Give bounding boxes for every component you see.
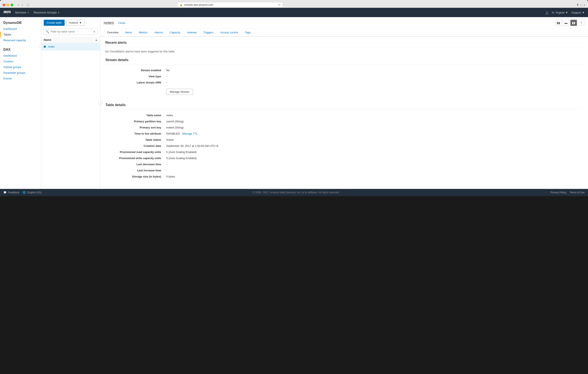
detail-header-icons: ▮▮ ▬ ▮▮ ? — [555, 20, 585, 26]
sidebar: DynamoDB Dashboard Tables Reserved capac… — [0, 17, 41, 189]
table-details-table: Table name notes Primary partition key u… — [105, 112, 583, 180]
layout-icon-1[interactable]: ▮▮ — [555, 20, 562, 26]
support-menu[interactable]: Support ▼ — [572, 11, 585, 14]
address-bar[interactable]: 🔒 console.aws.amazon.com ⟳ — [178, 2, 283, 8]
help-icon-button[interactable]: ? — [578, 20, 585, 26]
last-decrease-value: - — [165, 161, 583, 167]
back-button[interactable]: ‹ — [17, 2, 20, 7]
collapse-panel-button[interactable]: 〈 — [98, 101, 103, 105]
sidebar-item-dashboard[interactable]: Dashboard — [0, 26, 41, 32]
tabs-container: Overview Items Metrics Alarms Capacity — [100, 29, 588, 37]
sidebar-item-parameter-groups[interactable]: Parameter groups — [0, 70, 41, 76]
share-button[interactable]: ⬆ — [576, 3, 579, 7]
creation-date-row: Creation date September 30, 2017 at 1:50… — [105, 143, 583, 149]
privacy-policy-link[interactable]: Privacy Policy — [551, 191, 567, 194]
view-type-row: View type - — [105, 73, 583, 79]
last-decrease-row: Last decrease time - — [105, 161, 583, 167]
content-body: Recent alerts No CloudWatch alarms have … — [100, 37, 588, 189]
feedback-link[interactable]: 💬 Feedback — [3, 191, 19, 194]
table-name-value: notes — [165, 112, 583, 118]
support-chevron: ▼ — [582, 11, 585, 14]
stream-enabled-value: No — [165, 67, 583, 73]
region-selector[interactable]: N. Virginia ▼ — [552, 11, 568, 14]
ttl-label: Time to live attribute — [105, 131, 165, 137]
ttl-value: DISABLED Manage TTL — [165, 131, 583, 137]
manage-ttl-link[interactable]: Manage TTL — [182, 132, 198, 135]
close-traffic-light[interactable] — [2, 4, 5, 6]
manage-stream-row: Manage Stream — [105, 85, 583, 98]
tab-items[interactable]: Items — [122, 29, 135, 37]
table-status-dot — [44, 46, 46, 48]
layout-icon-3[interactable]: ▮▮ — [570, 20, 577, 26]
search-box: 🔍 ✕ — [44, 28, 98, 35]
last-increase-row: Last increase time - — [105, 167, 583, 173]
terms-of-use-link[interactable]: Terms of Use — [570, 191, 585, 194]
recent-alerts-title: Recent alerts — [105, 41, 583, 47]
actions-button[interactable]: Actions ▼ — [66, 20, 85, 26]
create-table-button[interactable]: Create table — [44, 20, 65, 26]
tab-indexes[interactable]: Indexes — [184, 29, 200, 37]
tab-tags[interactable]: Tags — [242, 29, 254, 37]
stream-enabled-row: Stream enabled No — [105, 67, 583, 73]
tab-view-button[interactable]: □ — [26, 3, 30, 7]
last-increase-label: Last increase time — [105, 167, 165, 173]
last-increase-value: - — [165, 167, 583, 173]
table-list-item[interactable]: notes — [41, 43, 100, 51]
detail-header: notes Close ▮▮ ▬ ▮▮ ? — [100, 17, 588, 29]
lock-icon: 🔒 — [180, 4, 183, 6]
copyright-text: © 2008 - 2017, Amazon Web Services, Inc.… — [252, 191, 339, 194]
table-list-header: Name ▲ — [41, 37, 100, 43]
table-details-title: Table details — [105, 103, 583, 109]
maximize-traffic-light[interactable] — [10, 4, 13, 6]
tab-capacity[interactable]: Capacity — [166, 29, 184, 37]
prov-write-label: Provisioned write capacity units — [105, 155, 165, 161]
detail-close-link[interactable]: Close — [118, 21, 125, 24]
primary-sort-key-row: Primary sort key noteId (String) — [105, 124, 583, 131]
latest-stream-arn-label: Latest stream ARN — [105, 79, 165, 85]
prov-write-row: Provisioned write capacity units 5 (Auto… — [105, 155, 583, 161]
sidebar-item-dax-dashboard[interactable]: Dashboard — [0, 53, 41, 59]
forward-button[interactable]: › — [21, 2, 24, 7]
sidebar-item-subnet-groups[interactable]: Subnet groups — [0, 64, 41, 70]
tab-overview[interactable]: Overview — [104, 29, 122, 37]
sidebar-item-reserved-capacity[interactable]: Reserved capacity — [0, 37, 41, 43]
table-toolbar: Create table Actions ▼ — [41, 17, 100, 28]
aws-logo[interactable]: aws ⌃ — [3, 9, 11, 16]
last-decrease-label: Last decrease time — [105, 161, 165, 167]
url-text: console.aws.amazon.com — [184, 3, 213, 6]
language-link[interactable]: 🌐 English (US) — [23, 191, 42, 194]
dax-title: DAX — [0, 46, 41, 53]
prov-read-value: 5 (Auto Scaling Enabled) — [165, 149, 583, 155]
tab-alarms[interactable]: Alarms — [151, 29, 166, 37]
ttl-row: Time to live attribute DISABLED Manage T… — [105, 131, 583, 137]
minimize-traffic-light[interactable] — [7, 4, 9, 6]
add-tab-button[interactable]: + — [584, 3, 586, 7]
sidebar-item-clusters[interactable]: Clusters — [0, 59, 41, 64]
latest-stream-arn-row: Latest stream ARN - — [105, 79, 583, 85]
services-nav[interactable]: Services ▼ — [15, 11, 29, 14]
aws-logo-smile: ⌃ — [6, 13, 8, 16]
stream-details-title: Stream details — [105, 58, 583, 64]
new-tab-button[interactable]: □ — [580, 3, 582, 7]
notifications-bell[interactable]: △ — [546, 10, 548, 15]
tab-metrics[interactable]: Metrics — [135, 29, 151, 37]
tab-triggers[interactable]: Triggers — [200, 29, 217, 37]
search-clear-icon[interactable]: ✕ — [93, 30, 96, 34]
layout-icon-2[interactable]: ▬ — [563, 20, 569, 26]
view-type-value: - — [165, 73, 583, 79]
prov-read-label: Provisioned read capacity units — [105, 149, 165, 155]
top-nav: aws ⌃ Services ▼ Resource Groups ▼ △ N. … — [0, 8, 588, 17]
sidebar-item-events[interactable]: Events — [0, 76, 41, 81]
primary-partition-key-value: userId (String) — [165, 118, 583, 124]
actions-chevron: ▼ — [79, 21, 82, 24]
refresh-icon[interactable]: ⟳ — [278, 3, 281, 7]
search-input[interactable] — [44, 28, 98, 35]
sort-arrow[interactable]: ▲ — [95, 38, 98, 42]
resource-groups-nav[interactable]: Resource Groups ▼ — [33, 11, 60, 14]
search-icon: 🔍 — [46, 30, 49, 33]
sidebar-item-tables[interactable]: Tables — [0, 32, 41, 37]
table-name-row: Table name notes — [105, 112, 583, 118]
tab-access-control[interactable]: Access control — [217, 29, 242, 37]
manage-stream-button[interactable]: Manage Stream — [166, 89, 193, 95]
storage-size-row: Storage size (in bytes) 0 bytes — [105, 173, 583, 180]
